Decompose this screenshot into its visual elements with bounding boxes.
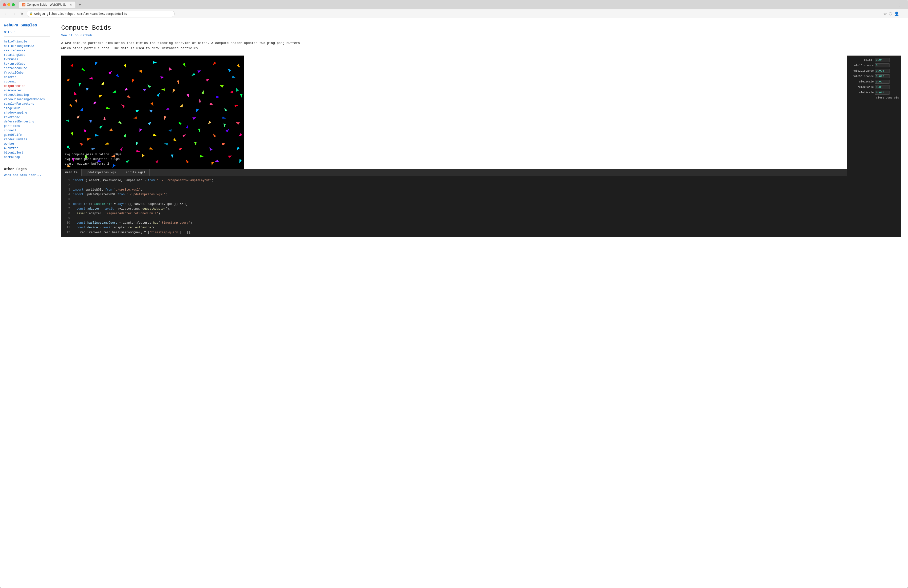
close-button[interactable] xyxy=(3,3,6,6)
control-value-rule2Scale[interactable]: 0.05 xyxy=(875,85,889,89)
sidebar-item-animometer[interactable]: animometer xyxy=(4,89,50,93)
sidebar-item-imageBlur[interactable]: imageBlur xyxy=(4,106,50,111)
code-line-9: 9 xyxy=(61,216,847,221)
sidebar-item-videoUploadingWebCodecs[interactable]: videoUploadingWebCodecs xyxy=(4,97,50,102)
code-line-5: 5 xyxy=(61,197,847,202)
spare-buffers-stat: spare readback buffers: 2 xyxy=(64,162,240,166)
control-deltaT: deltaT 0.04 xyxy=(847,57,901,63)
sidebar-title: WebGPU Samples xyxy=(4,23,50,27)
sidebar-item-deferredRendering[interactable]: deferredRendering xyxy=(4,119,50,124)
control-value-rule1Distance[interactable]: 0.1 xyxy=(875,63,889,68)
control-rule1Scale: rule1Scale 0.02 xyxy=(847,79,901,84)
sidebar-divider-2 xyxy=(4,163,50,163)
control-rule2Scale: rule2Scale 0.05 xyxy=(847,84,901,90)
sidebar-item-rotatingCube[interactable]: rotatingCube xyxy=(4,53,50,57)
control-value-rule3Distance[interactable]: 0.025 xyxy=(875,74,889,78)
sidebar-item-fractalCube[interactable]: fractalCube xyxy=(4,71,50,75)
sidebar-item-texturedCube[interactable]: texturedCube xyxy=(4,62,50,66)
address-bar-actions: ☆ ⬡ 👤 ⋮ xyxy=(883,11,905,16)
control-label-deltaT: deltaT xyxy=(849,58,874,61)
github-link[interactable]: See it on Github! xyxy=(61,34,901,37)
control-label-rule2Scale: rule2Scale xyxy=(849,85,874,89)
browser-tab[interactable]: W Compute Boids - WebGPU S... ✕ xyxy=(19,1,76,8)
forward-button[interactable]: → xyxy=(11,11,17,17)
code-line-6: 6 const init: SampleInit = async ({ canv… xyxy=(61,202,847,206)
sidebar-item-helloTriangleMSAA[interactable]: helloTriangleMSAA xyxy=(4,44,50,48)
user-icon[interactable]: 👤 xyxy=(894,11,899,16)
controls-panel: deltaT 0.04 rule1Distance 0.1 rule2Dista… xyxy=(847,56,901,237)
bookmark-icon[interactable]: ☆ xyxy=(883,11,887,16)
control-value-rule1Scale[interactable]: 0.02 xyxy=(875,80,889,84)
sidebar-item-particles[interactable]: particles xyxy=(4,124,50,128)
code-line-8: 8 assert(adapter, 'requestAdapter return… xyxy=(61,211,847,216)
control-rule3Scale: rule3Scale 0.005 xyxy=(847,90,901,95)
render-pass-stat: avg render pass duration: 190μs xyxy=(64,157,240,162)
sidebar-item-videoUploading[interactable]: videoUploading xyxy=(4,93,50,97)
title-bar: W Compute Boids - WebGPU S... ✕ + ⋮ xyxy=(0,0,908,10)
sidebar-item-computeBoids[interactable]: computeBoids xyxy=(4,84,50,89)
sidebar-item-samplerParameters[interactable]: samplerParameters xyxy=(4,102,50,106)
tab-main-ts[interactable]: main.ts xyxy=(61,169,82,176)
control-value-rule2Distance[interactable]: 0.025 xyxy=(875,69,889,73)
lock-icon: 🔒 xyxy=(29,12,33,15)
page-title: Compute Boids xyxy=(61,24,901,32)
main-content: Compute Boids See it on Github! A GPU co… xyxy=(54,18,908,588)
code-line-12: 12 requiredFeatures: hasTimestampQuery ?… xyxy=(61,230,847,235)
sidebar-item-shadowMapping[interactable]: shadowMapping xyxy=(4,111,50,115)
control-label-rule2Distance: rule2Distance xyxy=(849,69,874,72)
sidebar-item-worker[interactable]: worker xyxy=(4,142,50,146)
tab-title: Compute Boids - WebGPU S... xyxy=(27,3,68,6)
code-line-4: 4 import updateSpritesWGSL from './updat… xyxy=(61,192,847,197)
control-value-rule3Scale[interactable]: 0.005 xyxy=(875,90,889,95)
tab-close-button[interactable]: ✕ xyxy=(69,3,72,6)
sidebar-item-normalMap[interactable]: normalMap xyxy=(4,155,50,159)
code-section: main.ts updateSprites.wgsl sprite.wgsl 1… xyxy=(61,169,847,237)
page-body: WebGPU Samples Github helloTriangle hell… xyxy=(0,18,908,588)
sidebar-item-instancedCube[interactable]: instancedCube xyxy=(4,66,50,71)
back-button[interactable]: ← xyxy=(3,11,9,17)
reload-button[interactable]: ↻ xyxy=(19,11,25,17)
maximize-button[interactable] xyxy=(12,3,15,6)
compute-pass-stat: avg compute pass duration: 886μs xyxy=(64,152,240,157)
sidebar-item-resizeCanvas[interactable]: resizeCanvas xyxy=(4,48,50,53)
menu-icon[interactable]: ⋮ xyxy=(901,11,905,16)
close-controls-button[interactable]: Close Controls xyxy=(847,95,901,100)
control-rule2Distance: rule2Distance 0.025 xyxy=(847,68,901,74)
svg-text:W: W xyxy=(23,4,25,6)
sidebar-item-A-buffer[interactable]: A-buffer xyxy=(4,146,50,151)
control-rule3Distance: rule3Distance 0.025 xyxy=(847,74,901,79)
code-line-7: 7 const adapter = await navigator.gpu.re… xyxy=(61,206,847,211)
extensions-icon[interactable]: ⬡ xyxy=(889,11,892,16)
sidebar-item-cubemap[interactable]: cubemap xyxy=(4,79,50,84)
sidebar-item-cornell[interactable]: cornell xyxy=(4,128,50,133)
canvas-stats-overlay: avg compute pass duration: 886μs avg ren… xyxy=(61,150,244,169)
sidebar-item-gameOfLife[interactable]: gameOfLife xyxy=(4,133,50,137)
sidebar-item-renderBundles[interactable]: renderBundles xyxy=(4,137,50,142)
control-rule1Distance: rule1Distance 0.1 xyxy=(847,63,901,68)
control-label-rule3Distance: rule3Distance xyxy=(849,75,874,78)
tab-updateSprites-wgsl[interactable]: updateSprites.wgsl xyxy=(82,169,122,176)
sidebar-item-twoCubes[interactable]: twoCubes xyxy=(4,57,50,62)
code-tabs-bar: main.ts updateSprites.wgsl sprite.wgsl xyxy=(61,169,847,176)
tab-sprite-wgsl[interactable]: sprite.wgsl xyxy=(122,169,150,176)
new-tab-button[interactable]: + xyxy=(77,2,83,8)
url-text: webgpu.github.io/webgpu-samples/samples/… xyxy=(34,12,127,16)
simulation-canvas[interactable]: avg compute pass duration: 886μs avg ren… xyxy=(61,56,244,169)
sidebar-workload-simulator-link[interactable]: Workload Simulator ↗ xyxy=(4,173,50,177)
url-bar[interactable]: 🔒 webgpu.github.io/webgpu-samples/sample… xyxy=(27,11,175,17)
other-pages-title: Other Pages xyxy=(4,167,50,171)
window-controls: ⋮ xyxy=(898,2,905,7)
address-bar: ← → ↻ 🔒 webgpu.github.io/webgpu-samples/… xyxy=(0,10,908,18)
control-value-deltaT[interactable]: 0.04 xyxy=(875,58,889,62)
control-label-rule3Scale: rule3Scale xyxy=(849,91,874,94)
sidebar-item-bitonicSort[interactable]: bitonicSort xyxy=(4,151,50,155)
tab-favicon-icon: W xyxy=(22,3,26,6)
code-line-3: 3 import spriteWGSL from './sprite.wgsl'… xyxy=(61,188,847,192)
sidebar-item-cameras[interactable]: cameras xyxy=(4,75,50,79)
sidebar-item-helloTriangle[interactable]: helloTriangle xyxy=(4,40,50,44)
sidebar-github-link[interactable]: Github xyxy=(4,31,50,34)
sidebar-item-reversedZ[interactable]: reversedZ xyxy=(4,115,50,119)
minimize-button[interactable] xyxy=(7,3,10,6)
control-label-rule1Scale: rule1Scale xyxy=(849,80,874,83)
sidebar: WebGPU Samples Github helloTriangle hell… xyxy=(0,18,54,588)
